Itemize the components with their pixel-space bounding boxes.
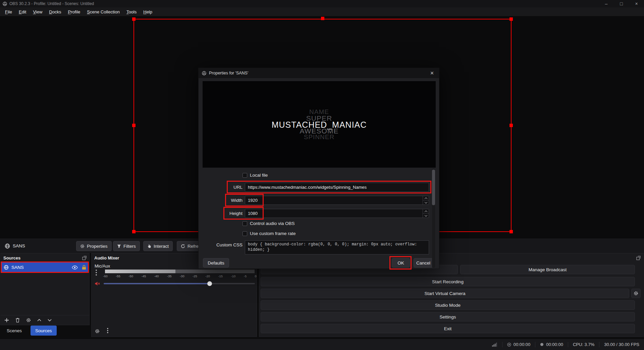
move-source-down-button[interactable] (48, 319, 52, 322)
selection-handle-middle-left[interactable] (132, 124, 136, 127)
mixer-channel-name: Mic/Aux (95, 264, 110, 269)
divider (502, 342, 502, 347)
sources-dock: Sources SANS (0, 253, 90, 325)
local-file-row: Local file (243, 173, 268, 178)
visibility-eye-icon[interactable] (72, 266, 78, 270)
ok-button[interactable]: OK (392, 258, 410, 268)
scale-tick: -60 (103, 274, 108, 278)
width-input[interactable] (245, 196, 420, 205)
local-file-checkbox[interactable] (243, 173, 247, 178)
mute-speaker-icon[interactable] (95, 281, 100, 286)
source-properties-gear-button[interactable] (26, 318, 31, 323)
studio-mode-button[interactable]: Studio Mode (261, 300, 635, 310)
dialog-scrollbar[interactable] (432, 169, 435, 268)
maximize-button[interactable]: □ (614, 0, 629, 7)
custom-frame-rate-checkbox[interactable] (243, 231, 247, 236)
move-source-up-button[interactable] (37, 319, 41, 322)
mixer-menu-kebab-icon[interactable] (107, 328, 108, 334)
volume-slider-handle[interactable] (207, 281, 212, 286)
exit-button[interactable]: Exit (261, 324, 635, 333)
url-label: URL (199, 183, 243, 192)
source-item-name: SANS (11, 265, 24, 270)
width-increment-button[interactable] (423, 196, 429, 200)
scale-tick: -45 (141, 274, 146, 278)
popup-dock-icon[interactable] (82, 256, 87, 260)
menu-scene-collection[interactable]: Scene Collection (84, 8, 123, 16)
url-input[interactable] (245, 183, 429, 192)
gear-icon (634, 291, 638, 296)
mixer-settings-gear-icon[interactable] (95, 329, 100, 334)
add-source-button[interactable] (4, 318, 9, 323)
filters-button[interactable]: Filters (113, 241, 140, 251)
selection-handle-bottom-right[interactable] (509, 230, 513, 233)
dialog-close-button[interactable]: × (425, 68, 439, 78)
mixer-channel-menu-icon[interactable] (96, 270, 97, 277)
source-list-item-sans[interactable]: SANS (1, 262, 89, 272)
tab-scenes[interactable]: Scenes (2, 326, 26, 336)
context-source-name: SANS (13, 243, 25, 248)
dock-tab-bar: Scenes Sources (2, 326, 57, 336)
sources-dock-header[interactable]: Sources (1, 253, 89, 262)
properties-button[interactable]: Properties (76, 241, 112, 251)
volume-meter-level (105, 270, 175, 273)
custom-css-label: Custom CSS (199, 242, 243, 248)
start-recording-label: Start Recording (432, 279, 464, 284)
defaults-label: Defaults (208, 260, 224, 266)
volume-slider[interactable] (104, 280, 255, 287)
interact-button-label: Interact (154, 244, 169, 249)
width-label: Width (199, 196, 243, 205)
manage-broadcast-button[interactable]: Manage Broadcast (460, 265, 635, 274)
sources-toolbar (1, 315, 89, 325)
start-recording-button[interactable]: Start Recording (261, 277, 635, 286)
height-spinbox (245, 209, 429, 218)
custom-frame-rate-row: Use custom frame rate (243, 231, 296, 236)
local-file-label: Local file (250, 173, 268, 178)
window-title: OBS 30.2.3 - Profile: Untitled - Scenes:… (9, 1, 94, 6)
popup-dock-icon[interactable] (636, 256, 641, 260)
browser-source-icon (5, 243, 10, 249)
control-audio-checkbox[interactable] (243, 221, 247, 226)
custom-css-textarea[interactable]: body { background-color: rgba(0, 0, 0, 0… (245, 240, 429, 254)
remove-source-button[interactable] (15, 318, 20, 323)
cpu-usage: CPU: 3.7% (573, 342, 594, 347)
close-window-button[interactable]: × (629, 0, 644, 7)
lock-icon[interactable] (82, 265, 86, 270)
menu-help[interactable]: Help (140, 8, 156, 16)
selection-handle-top-right[interactable] (509, 17, 513, 21)
scale-tick: -5 (244, 274, 247, 278)
status-bar: 00:00:00 00:00:00 CPU: 3.7% 30.00 / 30.0… (0, 339, 644, 350)
divider (599, 342, 599, 347)
recording-timecode: 00:00:00 (546, 342, 563, 347)
menu-view[interactable]: View (30, 8, 46, 16)
scale-tick: -15 (218, 274, 223, 278)
selection-handle-middle-right[interactable] (509, 124, 513, 127)
connection-signal-icon (492, 343, 497, 347)
defaults-button[interactable]: Defaults (203, 258, 229, 268)
dialog-title-bar[interactable]: Properties for 'SANS' × (199, 68, 439, 78)
volume-meter (105, 270, 255, 273)
volume-meter-scale: -60 -55 -50 -45 -40 -35 -30 -25 -20 -15 … (103, 274, 257, 278)
height-decrement-button[interactable] (423, 214, 429, 218)
virtual-camera-settings-button[interactable] (631, 289, 641, 298)
width-decrement-button[interactable] (423, 200, 429, 205)
menu-edit[interactable]: Edit (15, 8, 30, 16)
record-status-icon (540, 343, 544, 346)
selection-handle-top-center[interactable] (321, 17, 324, 20)
menu-tools[interactable]: Tools (123, 8, 140, 16)
start-virtual-camera-button[interactable]: Start Virtual Camera (261, 289, 629, 298)
settings-button[interactable]: Settings (261, 312, 635, 322)
menu-docks[interactable]: Docks (46, 8, 64, 16)
menu-file[interactable]: File (2, 8, 15, 16)
height-increment-button[interactable] (423, 209, 429, 214)
menu-profile[interactable]: Profile (64, 8, 84, 16)
width-spin-buttons (423, 196, 429, 205)
minimize-button[interactable]: – (599, 0, 614, 7)
cancel-button[interactable]: Cancel (414, 258, 433, 268)
browser-source-icon (4, 265, 9, 270)
selection-handle-bottom-left[interactable] (132, 230, 136, 233)
selection-handle-top-left[interactable] (132, 17, 136, 21)
interact-button[interactable]: Interact (143, 241, 173, 251)
height-input[interactable] (245, 209, 420, 218)
dialog-scrollbar-thumb[interactable] (432, 170, 435, 205)
tab-sources[interactable]: Sources (31, 326, 57, 336)
